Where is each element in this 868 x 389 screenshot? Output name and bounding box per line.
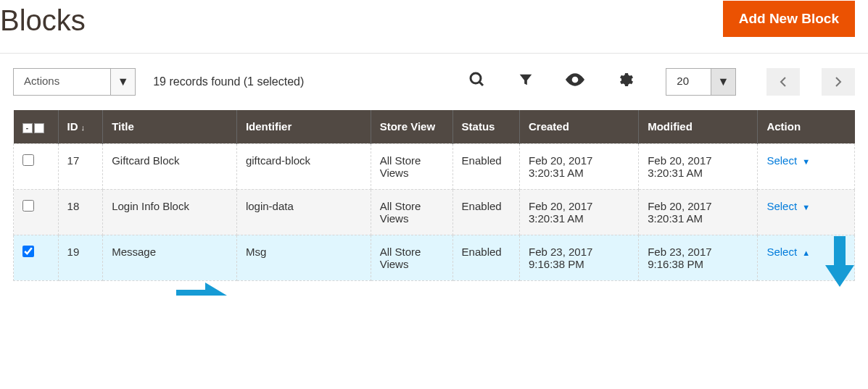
select-action-link[interactable]: Select ▼ bbox=[766, 154, 810, 167]
row-identifier: login-data bbox=[236, 189, 371, 235]
row-store-view: All Store Views bbox=[371, 189, 452, 235]
caret-down-icon[interactable]: ▼ bbox=[711, 69, 735, 95]
table-row[interactable]: 18Login Info Blocklogin-dataAll Store Vi… bbox=[14, 189, 855, 235]
row-created: Feb 23, 2017 9:16:38 PM bbox=[519, 235, 638, 280]
row-identifier: Msg bbox=[236, 235, 371, 280]
column-modified[interactable]: Modified bbox=[639, 110, 758, 143]
row-created: Feb 20, 2017 3:20:31 AM bbox=[519, 143, 638, 189]
per-page-value: 20 bbox=[666, 69, 711, 95]
caret-icon: ▲ bbox=[800, 248, 810, 257]
row-title: Giftcard Block bbox=[103, 143, 237, 189]
column-identifier[interactable]: Identifier bbox=[236, 110, 371, 143]
annotation-arrow-icon bbox=[176, 281, 227, 296]
caret-down-icon[interactable]: ▼ bbox=[110, 69, 135, 95]
per-page-select[interactable]: 20 ▼ bbox=[666, 68, 736, 96]
row-identifier: giftcard-block bbox=[236, 143, 371, 189]
row-status: Enabled bbox=[452, 143, 519, 189]
column-checkbox[interactable]: - ▼ bbox=[14, 110, 59, 143]
caret-icon: ▼ bbox=[800, 203, 810, 212]
row-id: 18 bbox=[58, 189, 103, 235]
filter-icon[interactable] bbox=[509, 67, 542, 96]
svg-line-1 bbox=[479, 82, 483, 85]
row-created: Feb 20, 2017 3:20:31 AM bbox=[519, 189, 638, 235]
row-id: 17 bbox=[58, 143, 103, 189]
sort-down-icon: ↓ bbox=[81, 123, 86, 132]
blocks-table: - ▼ ID↓ Title Identifier Store View Stat… bbox=[13, 110, 855, 281]
caret-icon: ▼ bbox=[800, 157, 810, 166]
add-new-block-button[interactable]: Add New Block bbox=[723, 1, 855, 37]
column-status[interactable]: Status bbox=[452, 110, 519, 143]
row-checkbox-cell bbox=[14, 189, 59, 235]
row-title: Login Info Block bbox=[103, 189, 237, 235]
actions-dropdown[interactable]: Actions ▼ bbox=[13, 68, 136, 96]
row-modified: Feb 20, 2017 3:20:31 AM bbox=[639, 189, 758, 235]
table-row[interactable]: 19MessageMsgAll Store ViewsEnabledFeb 23… bbox=[14, 235, 855, 280]
records-count: 19 records found (1 selected) bbox=[153, 75, 304, 88]
select-action-link[interactable]: Select ▼ bbox=[766, 200, 810, 212]
row-store-view: All Store Views bbox=[371, 235, 452, 280]
row-store-view: All Store Views bbox=[371, 143, 452, 189]
row-checkbox[interactable] bbox=[22, 200, 34, 212]
select-action-link[interactable]: Select ▲ bbox=[766, 246, 810, 258]
row-status: Enabled bbox=[452, 189, 519, 235]
svg-point-0 bbox=[471, 73, 481, 83]
row-title: Message bbox=[103, 235, 237, 280]
header-checkbox-icon[interactable]: - bbox=[22, 123, 33, 133]
row-modified: Feb 20, 2017 3:20:31 AM bbox=[639, 143, 758, 189]
search-icon[interactable] bbox=[460, 67, 495, 97]
row-action: Select ▼ bbox=[758, 189, 855, 235]
row-checkbox[interactable] bbox=[22, 154, 34, 166]
row-checkbox[interactable] bbox=[22, 246, 34, 257]
actions-label: Actions bbox=[14, 69, 110, 95]
next-page-button[interactable] bbox=[822, 68, 855, 96]
gear-icon[interactable] bbox=[608, 67, 642, 97]
header-checkbox-caret-icon[interactable]: ▼ bbox=[34, 123, 44, 133]
row-checkbox-cell bbox=[14, 143, 59, 189]
row-modified: Feb 23, 2017 9:16:38 PM bbox=[639, 235, 758, 280]
column-action: Action bbox=[758, 110, 855, 143]
row-checkbox-cell bbox=[14, 235, 59, 280]
column-id[interactable]: ID↓ bbox=[58, 110, 103, 143]
row-action: Select ▼ bbox=[758, 143, 855, 189]
annotation-arrow-icon bbox=[825, 236, 854, 287]
row-status: Enabled bbox=[452, 235, 519, 280]
table-row[interactable]: 17Giftcard Blockgiftcard-blockAll Store … bbox=[14, 143, 855, 189]
prev-page-button[interactable] bbox=[766, 68, 800, 96]
row-id: 19 bbox=[58, 235, 103, 280]
page-title: Blocks bbox=[0, 4, 86, 37]
column-title[interactable]: Title bbox=[103, 110, 237, 143]
eye-icon[interactable] bbox=[557, 67, 593, 96]
column-store-view[interactable]: Store View bbox=[371, 110, 452, 143]
column-created[interactable]: Created bbox=[519, 110, 638, 143]
